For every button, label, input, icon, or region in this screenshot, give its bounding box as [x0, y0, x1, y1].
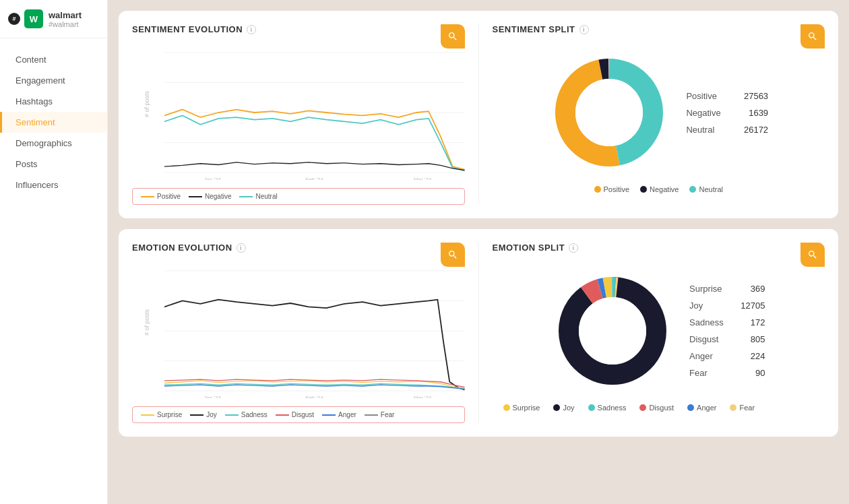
emotion-row: EMOTION EVOLUTION i # of posts 2000 1500…	[119, 229, 838, 437]
sidebar-nav: Content Engagement Hashtags Sentiment De…	[0, 38, 107, 504]
sidebar-item-influencers[interactable]: Influencers	[0, 175, 107, 195]
emotion-donut-chart	[552, 270, 673, 391]
sentiment-evolution-info[interactable]: i	[247, 25, 256, 34]
donut-legend-positive: Positive	[594, 185, 630, 193]
brand-handle: #walmart	[49, 20, 82, 28]
stat-joy: Joy 12705	[689, 297, 765, 314]
stat-sadness: Sadness 172	[689, 314, 765, 331]
brand-name: walmart	[49, 10, 82, 20]
sidebar-item-sentiment[interactable]: Sentiment	[0, 112, 107, 133]
svg-text:Jan '24: Jan '24	[204, 395, 222, 398]
donut-legend-sadness: Sadness	[588, 404, 627, 412]
donut-legend-anger: Anger	[687, 404, 716, 412]
sentiment-split-info[interactable]: i	[579, 25, 589, 34]
emotion-split-info[interactable]: i	[569, 243, 578, 253]
legend-negative: Negative	[189, 193, 231, 200]
sentiment-evolution-panel: SENTIMENT EVOLUTION i # of posts 4k 3k 2…	[132, 24, 465, 205]
donut-legend-negative: Negative	[640, 185, 679, 193]
stat-disgust: Disgust 805	[689, 331, 765, 348]
emotion-split-title: EMOTION SPLIT i	[493, 243, 825, 253]
sentiment-evolution-y-label: # of posts	[144, 91, 150, 117]
emotion-evolution-info[interactable]: i	[237, 243, 246, 253]
svg-text:Mar '24: Mar '24	[414, 177, 432, 180]
sentiment-split-zoom[interactable]	[800, 24, 825, 49]
donut-legend-fear: Fear	[730, 404, 755, 412]
donut-legend-neutral: Neutral	[689, 185, 722, 193]
sentiment-evolution-legend: Positive Negative Neutral	[132, 188, 465, 205]
emotion-evolution-y-label: # of posts	[144, 309, 150, 336]
legend-surprise: Surprise	[141, 411, 182, 418]
emotion-evolution-chart: 2000 1500 1000 500 0 Jan '24 Feb '24 Mar…	[164, 263, 465, 398]
stat-positive: Positive 27563	[686, 88, 768, 104]
donut-legend-surprise: Surprise	[503, 404, 540, 412]
svg-text:Feb '24: Feb '24	[306, 395, 324, 398]
sentiment-split-panel: SENTIMENT SPLIT i Posi	[493, 24, 825, 205]
sidebar-item-posts[interactable]: Posts	[0, 154, 107, 175]
sentiment-split-stats: Positive 27563 Negative 1639 Neutral 261…	[686, 81, 768, 145]
stat-negative: Negative 1639	[686, 104, 768, 121]
sentiment-evolution-title: SENTIMENT EVOLUTION i	[132, 24, 465, 34]
svg-point-16	[575, 79, 643, 146]
stat-fear: Fear 90	[689, 365, 765, 381]
svg-text:Jan '24: Jan '24	[204, 177, 222, 180]
legend-fear: Fear	[365, 411, 395, 418]
emotion-donut-legend: Surprise Joy Sadness Disgust Anger	[493, 404, 825, 412]
sidebar-item-content[interactable]: Content	[0, 49, 107, 70]
donut-legend-disgust: Disgust	[639, 404, 674, 412]
hashtag-badge: #	[8, 13, 20, 25]
brand-avatar: W	[24, 9, 43, 28]
stat-neutral: Neutral 26172	[686, 121, 768, 138]
main-content: SENTIMENT EVOLUTION i # of posts 4k 3k 2…	[108, 0, 849, 504]
legend-sadness: Sadness	[225, 411, 268, 418]
sidebar-header: # W walmart #walmart	[0, 0, 107, 38]
sidebar: # W walmart #walmart Content Engagement …	[0, 0, 108, 504]
donut-legend-joy: Joy	[553, 404, 574, 412]
emotion-split-stats: Surprise 369 Joy 12705 Sadness 172 Disgu…	[689, 274, 765, 388]
sentiment-row: SENTIMENT EVOLUTION i # of posts 4k 3k 2…	[119, 11, 838, 218]
sentiment-evolution-chart: 4k 3k 2k 1k 0 Jan '24 Feb '24 Mar '24	[164, 45, 465, 180]
legend-neutral: Neutral	[239, 193, 277, 200]
stat-anger: Anger 224	[689, 348, 765, 365]
sentiment-donut-chart	[548, 52, 670, 173]
stat-surprise: Surprise 369	[689, 280, 765, 297]
sentiment-split-title: SENTIMENT SPLIT i	[493, 24, 825, 34]
sentiment-donut-legend: Positive Negative Neutral	[493, 185, 825, 193]
svg-text:Feb '24: Feb '24	[306, 177, 324, 180]
sidebar-item-engagement[interactable]: Engagement	[0, 70, 107, 91]
legend-disgust: Disgust	[276, 411, 314, 418]
legend-joy: Joy	[190, 411, 217, 418]
sidebar-item-demographics[interactable]: Demographics	[0, 133, 107, 154]
sidebar-item-hashtags[interactable]: Hashtags	[0, 91, 107, 112]
legend-anger: Anger	[322, 411, 356, 418]
emotion-evolution-legend: Surprise Joy Sadness Disgust Anger	[132, 406, 465, 423]
svg-text:Mar '24: Mar '24	[414, 395, 432, 398]
emotion-split-zoom[interactable]	[800, 243, 825, 267]
emotion-split-panel: EMOTION SPLIT i	[493, 243, 825, 423]
emotion-evolution-title: EMOTION EVOLUTION i	[132, 243, 465, 253]
emotion-evolution-panel: EMOTION EVOLUTION i # of posts 2000 1500…	[132, 243, 465, 423]
svg-point-36	[579, 297, 646, 365]
legend-positive: Positive	[141, 193, 181, 200]
